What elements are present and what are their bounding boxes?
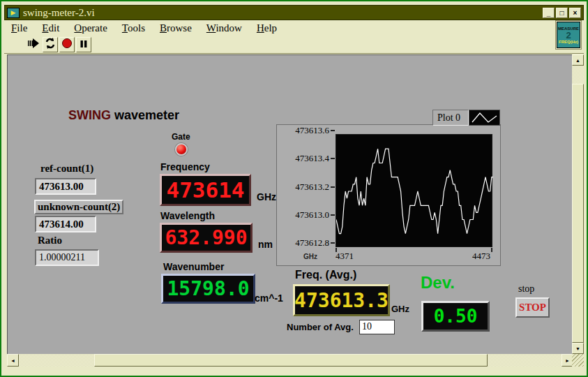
labview-app-icon: ▶ xyxy=(7,8,20,18)
page-title-accent: SWING xyxy=(68,108,111,122)
pause-icon xyxy=(80,38,88,51)
y-tick-3: 473613.0 xyxy=(295,209,329,221)
run-arrow-icon xyxy=(27,38,40,52)
vi-icon-line3: FREQ(Hz) xyxy=(559,40,578,44)
gate-led[interactable] xyxy=(175,143,188,156)
stop-label: stop xyxy=(518,283,534,295)
y-tickmark xyxy=(331,214,335,216)
front-panel: SWING wavemeter Gate ref-count(1) 473613… xyxy=(7,54,573,354)
plot-area[interactable] xyxy=(336,134,492,247)
ref-count-value[interactable]: 473613.00 xyxy=(35,178,96,195)
run-continuous-icon xyxy=(44,37,56,52)
legend-plot0[interactable]: Plot 0 xyxy=(432,110,469,126)
run-button[interactable] xyxy=(26,37,41,52)
wavelength-unit: nm xyxy=(258,239,273,250)
menu-operate[interactable]: Operate xyxy=(74,22,107,34)
legend-line-style[interactable] xyxy=(469,110,500,126)
scroll-left-button[interactable]: ◄ xyxy=(7,354,19,367)
freq-avg-label: Freq. (Avg.) xyxy=(295,269,356,281)
y-tick-0: 473613.6 xyxy=(295,125,329,136)
title-bar[interactable]: ▶ swing-meter-2.vi _ □ × xyxy=(4,5,584,20)
unknown-count-label: unknown-count(2) xyxy=(34,200,123,214)
ref-count-label: ref-count(1) xyxy=(40,163,93,175)
menu-edit[interactable]: Edit xyxy=(42,22,59,34)
y-tickmark xyxy=(331,158,335,159)
vi-icon-line2: 2 xyxy=(566,31,571,40)
scroll-down-button[interactable]: ▼ xyxy=(572,343,584,354)
wavelength-display: 632.990 xyxy=(160,223,252,253)
menu-browse[interactable]: Browse xyxy=(160,22,192,34)
menu-bar: File Edit Operate Tools Browse Window He… xyxy=(4,21,584,36)
stop-button[interactable]: STOP xyxy=(515,297,550,318)
abort-stop-icon xyxy=(61,38,73,52)
y-tickmark xyxy=(331,186,335,188)
y-tickmark xyxy=(331,130,335,131)
number-of-avg-label: Number of Avg. xyxy=(287,322,354,332)
page-title: SWING wavemeter xyxy=(68,108,179,123)
horizontal-scrollbar[interactable]: ◄ ► xyxy=(7,354,573,367)
y-tick-2: 473613.2 xyxy=(295,182,329,193)
frequency-label: Frequency xyxy=(160,161,210,172)
dev-display: 0.50 xyxy=(421,301,490,332)
plot-line-icon xyxy=(469,110,499,125)
run-continuous-button[interactable] xyxy=(43,37,58,52)
horizontal-scroll-track-left[interactable] xyxy=(19,354,94,367)
y-tick-1: 473613.4 xyxy=(295,153,329,164)
number-of-avg-input[interactable]: 10 xyxy=(359,320,395,334)
wavenumber-unit: cm^-1 xyxy=(255,293,283,304)
x-axis-unit: GHz xyxy=(303,253,317,260)
vertical-scroll-thumb[interactable] xyxy=(572,84,584,343)
window-title: swing-meter-2.vi xyxy=(23,7,95,19)
wavelength-label: Wavelength xyxy=(160,210,215,221)
wavenumber-display: 15798.0 xyxy=(161,274,255,304)
unknown-count-value[interactable]: 473614.00 xyxy=(35,216,96,232)
toolbar xyxy=(4,36,584,54)
frequency-unit: GHz xyxy=(257,191,276,202)
ratio-value[interactable]: 1.00000211 xyxy=(35,249,99,266)
menu-help[interactable]: Help xyxy=(257,22,277,34)
menu-window[interactable]: Window xyxy=(206,22,242,34)
maximize-button[interactable]: □ xyxy=(556,8,568,18)
x-tick-1: 4473 xyxy=(472,251,490,262)
close-button[interactable]: × xyxy=(569,8,581,18)
vertical-scroll-track[interactable] xyxy=(572,66,584,84)
y-tick-4: 473612.8 xyxy=(295,237,329,249)
resize-grip[interactable] xyxy=(572,354,584,367)
x-tickmark xyxy=(491,248,492,252)
pause-button[interactable] xyxy=(76,37,91,52)
frequency-display: 473614 xyxy=(160,174,251,206)
vi-connector-icon[interactable]: MEASURE 2 FREQ(Hz) xyxy=(557,22,580,48)
vertical-scrollbar[interactable]: ▲ ▼ xyxy=(572,54,584,354)
page-title-rest: wavemeter xyxy=(111,108,179,122)
gate-label: Gate xyxy=(172,132,190,142)
freq-avg-unit: GHz xyxy=(391,304,409,314)
waveform-chart[interactable]: 473613.6 473613.4 473613.2 473613.0 4736… xyxy=(276,124,501,266)
minimize-button[interactable]: _ xyxy=(543,8,555,18)
horizontal-scroll-track-right[interactable] xyxy=(488,354,561,367)
freq-avg-display: 473613.3 xyxy=(293,284,390,316)
x-tick-0: 4371 xyxy=(336,251,354,262)
dev-label: Dev. xyxy=(421,273,455,293)
ratio-label: Ratio xyxy=(38,235,62,246)
waveform-line xyxy=(336,135,493,248)
wavenumber-label: Wavenumber xyxy=(163,261,224,272)
y-tickmark xyxy=(331,242,335,244)
vi-window: ▶ swing-meter-2.vi _ □ × File Edit Opera… xyxy=(0,0,588,377)
menu-tools[interactable]: Tools xyxy=(122,22,145,34)
abort-button[interactable] xyxy=(59,37,75,52)
vi-icon-frame: MEASURE 2 FREQ(Hz) xyxy=(555,20,582,50)
menu-file[interactable]: File xyxy=(11,22,27,34)
horizontal-scroll-thumb[interactable] xyxy=(94,354,488,367)
scroll-up-button[interactable]: ▲ xyxy=(572,54,584,66)
